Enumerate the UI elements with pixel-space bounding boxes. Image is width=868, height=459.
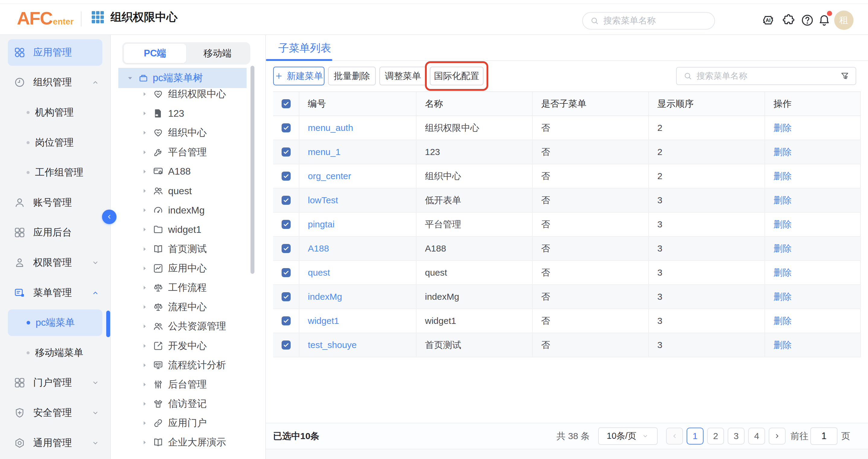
row-checkbox[interactable] [282,292,291,301]
menu-code-link[interactable]: widget1 [300,309,416,333]
delete-link[interactable]: 删除 [765,309,861,333]
row-checkbox[interactable] [282,99,291,108]
delete-link[interactable]: 删除 [765,285,861,308]
page-button-4[interactable]: 4 [748,428,765,445]
row-checkbox[interactable] [282,123,291,132]
app-switcher[interactable]: 组织权限中心 [91,0,178,34]
tree-node-13[interactable]: 开发中心 [111,336,265,355]
filter-icon[interactable] [840,71,849,81]
tree-node-1[interactable]: 123 [111,104,265,123]
plugin-icon[interactable] [782,13,796,27]
delete-link[interactable]: 删除 [765,237,861,260]
tab-mobile[interactable]: 移动端 [186,44,249,63]
sidebar-collapse-button[interactable] [102,209,117,224]
i18n-config-button[interactable]: 国际化配置 [430,67,484,85]
row-select-cell[interactable] [273,164,300,188]
menu-code-link[interactable]: pingtai [300,212,416,236]
menu-code-link[interactable]: lowTest [300,189,416,212]
prev-page-button[interactable] [666,428,683,445]
row-checkbox[interactable] [282,244,291,253]
tree-node-10[interactable]: 工作流程 [111,278,265,297]
page-jump-input[interactable]: 1 [810,427,838,445]
page-size-select[interactable]: 10条/页 [598,427,658,445]
sidebar-item-6[interactable]: 应用后台 [0,218,110,248]
row-select-cell[interactable] [273,285,300,308]
delete-link[interactable]: 删除 [765,333,861,357]
sidebar-item-13[interactable]: 通用管理 [0,428,110,458]
global-search-input[interactable]: 搜索菜单名称 [582,12,715,30]
sidebar-item-1[interactable]: 组织管理 [0,68,110,98]
tree-node-0[interactable]: 组织权限中心 [111,85,265,104]
row-checkbox[interactable] [282,172,291,181]
menu-code-link[interactable]: org_center [300,164,416,188]
delete-link[interactable]: 删除 [765,116,861,140]
row-select-cell[interactable] [273,116,300,140]
sidebar-item-12[interactable]: 安全管理 [0,398,110,428]
menu-search-input[interactable]: 搜索菜单名称 [676,67,856,85]
tree-node-12[interactable]: 公共资源管理 [111,317,265,336]
sidebar-item-5[interactable]: 账号管理 [0,188,110,218]
tree-node-15[interactable]: 后台管理 [111,375,265,394]
ai-assistant-icon[interactable]: AI [761,13,775,27]
avatar[interactable]: 租 [834,10,854,30]
page-button-3[interactable]: 3 [728,428,745,445]
tree-node-16[interactable]: 信访登记 [111,394,265,414]
tab-pc[interactable]: PC端 [124,44,186,63]
row-checkbox[interactable] [282,340,291,350]
sidebar-item-2[interactable]: 机构管理 [0,97,110,128]
sidebar-item-10[interactable]: 移动端菜单 [0,338,110,368]
row-select-cell[interactable] [273,212,300,236]
delete-link[interactable]: 删除 [765,189,861,212]
menu-code-link[interactable]: test_shouye [300,333,416,357]
row-select-cell[interactable] [273,237,300,260]
delete-link[interactable]: 删除 [765,140,861,164]
row-checkbox[interactable] [282,268,291,277]
row-select-cell[interactable] [273,189,300,212]
menu-code-link[interactable]: quest [300,261,416,284]
batch-delete-button[interactable]: 批量删除 [328,67,376,85]
tree-node-14[interactable]: 流程统计分析 [111,356,265,375]
tree-node-5[interactable]: quest [111,181,265,201]
row-checkbox[interactable] [282,147,291,157]
sidebar-item-0[interactable]: 应用管理 [0,37,110,68]
delete-link[interactable]: 删除 [765,212,861,236]
page-button-1[interactable]: 1 [687,428,704,445]
tree-node-17[interactable]: 应用门户 [111,414,265,433]
menu-code-link[interactable]: A188 [300,237,416,260]
tree-node-9[interactable]: 应用中心 [111,259,265,278]
row-select-cell[interactable] [273,333,300,357]
row-select-cell[interactable] [273,309,300,333]
tree-node-11[interactable]: 流程中心 [111,297,265,317]
tree-node-18[interactable]: 企业大屏演示 [111,433,265,452]
tree-node-3[interactable]: 平台管理 [111,143,265,162]
caret-down-icon[interactable] [126,74,134,82]
create-menu-button[interactable]: 新建菜单 [273,67,324,85]
page-button-2[interactable]: 2 [707,428,724,445]
sidebar-item-4[interactable]: 工作组管理 [0,157,110,188]
sidebar-item-7[interactable]: 权限管理 [0,248,110,278]
row-select-cell[interactable] [273,261,300,284]
tree-node-4[interactable]: A188 [111,162,265,181]
tree-node-2[interactable]: 组织中心 [111,123,265,142]
adjust-menu-button[interactable]: 调整菜单 [379,67,427,85]
row-checkbox[interactable] [282,196,291,205]
menu-code-link[interactable]: menu_auth [300,116,416,140]
row-checkbox[interactable] [282,220,291,229]
tree-scrollbar[interactable] [250,66,254,274]
help-icon[interactable] [800,13,814,27]
sidebar-item-8[interactable]: 菜单管理 [0,278,110,308]
menu-code-link[interactable]: indexMg [300,285,416,308]
select-all-cell[interactable] [273,92,300,116]
tree-node-6[interactable]: indexMg [111,201,265,220]
row-select-cell[interactable] [273,140,300,164]
menu-code-link[interactable]: menu_1 [300,140,416,164]
delete-link[interactable]: 删除 [765,261,861,284]
sidebar-item-11[interactable]: 门户管理 [0,368,110,398]
tab-submenu-list[interactable]: 子菜单列表 [278,41,331,55]
delete-link[interactable]: 删除 [765,164,861,188]
tree-node-8[interactable]: 首页测试 [111,239,265,259]
sidebar-item-9[interactable]: pc端菜单 [0,307,110,338]
next-page-button[interactable] [769,428,785,445]
row-checkbox[interactable] [282,316,291,325]
sidebar-item-3[interactable]: 岗位管理 [0,128,110,158]
